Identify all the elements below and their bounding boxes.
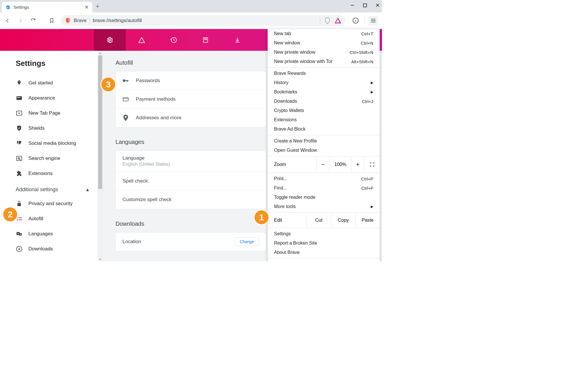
pin-icon — [122, 115, 129, 121]
sidebar-item-autofill[interactable]: Autofill — [16, 211, 92, 226]
menu-report[interactable]: Report a Broken Site — [268, 239, 380, 248]
scrollbar-thumb[interactable] — [98, 55, 102, 189]
menu-print[interactable]: Print...Ctrl+P — [268, 174, 380, 183]
new-tab-button[interactable]: + — [96, 3, 100, 10]
maximize-icon[interactable] — [363, 3, 367, 7]
sidebar-additional-heading[interactable]: Additional settings▴ — [16, 181, 92, 196]
menu-extensions[interactable]: Extensions — [268, 115, 380, 124]
copy-button[interactable]: Copy — [331, 214, 355, 227]
menu-exit[interactable]: Exit — [268, 260, 380, 261]
svg-rect-36 — [127, 80, 128, 82]
row-addresses[interactable]: Addresses and more — [116, 109, 266, 127]
lion-shield-icon[interactable] — [324, 17, 331, 24]
sidebar-item-languages[interactable]: A文Languages — [16, 226, 92, 241]
menu-bookmarks[interactable]: Bookmarks▶ — [268, 87, 380, 97]
svg-line-23 — [20, 159, 21, 160]
divider — [89, 17, 90, 24]
download-icon — [16, 245, 23, 252]
sidebar-item-get-started[interactable]: Get started — [16, 75, 92, 91]
sidebar-item-privacy[interactable]: Privacy and security — [16, 196, 92, 211]
svg-rect-12 — [203, 37, 208, 42]
info-icon[interactable] — [351, 16, 360, 25]
menu-new-tab[interactable]: New tabCtrl+T — [268, 29, 380, 38]
row-customize-spellcheck[interactable]: Customize spell check — [116, 190, 266, 209]
menu-reader[interactable]: Toggle reader mode — [268, 193, 380, 202]
menu-crypto[interactable]: Crypto Wallets — [268, 106, 380, 115]
sidebar: Settings Get started Appearance New Tab … — [0, 51, 98, 261]
menu-history[interactable]: History▶ — [268, 78, 380, 87]
hamburger-menu-button[interactable] — [369, 16, 378, 25]
close-window-icon[interactable] — [376, 3, 380, 7]
tab-rewards[interactable] — [126, 29, 158, 51]
row-passwords[interactable]: Passwords — [116, 71, 266, 90]
shield-icon — [16, 125, 23, 132]
tab-downloads[interactable] — [221, 29, 253, 51]
sidebar-item-appearance[interactable]: Appearance — [16, 91, 92, 106]
menu-about[interactable]: About Brave — [268, 248, 380, 257]
forward-button[interactable] — [17, 17, 24, 24]
change-button[interactable]: Change — [235, 237, 259, 246]
section-languages-title: Languages — [116, 139, 266, 145]
rewards-triangle-icon[interactable] — [335, 18, 341, 24]
svg-text:A: A — [17, 232, 19, 235]
tab-general[interactable] — [94, 29, 126, 51]
key-icon — [122, 79, 129, 83]
sidebar-item-extensions[interactable]: Extensions — [16, 166, 92, 181]
svg-point-34 — [123, 79, 125, 82]
menu-edit-row: Edit Cut Copy Paste — [268, 214, 380, 227]
address-bar[interactable]: Brave brave://settings/autofill — [61, 15, 345, 26]
back-button[interactable] — [4, 17, 11, 24]
menu-rewards[interactable]: Brave Rewards — [268, 69, 380, 78]
window-controls — [350, 0, 380, 10]
fullscreen-button[interactable] — [364, 158, 380, 171]
sidebar-item-search-engine[interactable]: Search engine — [16, 151, 92, 166]
scroll-down-icon[interactable]: ▾ — [98, 258, 103, 261]
row-language[interactable]: Language English (United States) — [116, 151, 266, 172]
menu-zoom: Zoom − 100% + — [268, 158, 380, 171]
menu-new-private[interactable]: New private windowCtrl+Shift+N — [268, 48, 380, 57]
scroll-up-icon[interactable]: ▴ — [98, 51, 103, 55]
paste-button[interactable]: Paste — [355, 214, 380, 227]
sidebar-item-shields[interactable]: Shields — [16, 121, 92, 136]
rocket-icon — [16, 80, 23, 86]
menu-new-profile[interactable]: Create a New Profile — [268, 136, 380, 146]
minimize-icon[interactable] — [350, 3, 354, 7]
browser-tab[interactable]: Settings ✕ — [2, 2, 92, 12]
brave-label: Brave — [74, 18, 87, 24]
zoom-out-button[interactable]: − — [316, 158, 329, 171]
menu-new-tor[interactable]: New private window with TorAlt+Shift+N — [268, 57, 380, 66]
svg-rect-1 — [363, 4, 367, 7]
autofill-card: Passwords Payment methods Addresses and … — [116, 71, 266, 127]
divider — [320, 17, 320, 24]
card-icon — [122, 97, 129, 102]
svg-point-27 — [17, 219, 18, 221]
svg-point-39 — [125, 116, 127, 118]
thumbs-down-icon — [16, 140, 23, 147]
row-spellcheck[interactable]: Spell check — [116, 172, 266, 190]
row-payment[interactable]: Payment methods — [116, 90, 266, 109]
zoom-in-button[interactable]: + — [351, 158, 364, 171]
menu-guest[interactable]: Open Guest Window — [268, 146, 380, 155]
sidebar-item-social[interactable]: Social media blocking — [16, 136, 92, 151]
close-tab-icon[interactable]: ✕ — [84, 4, 89, 10]
tab-bookmarks[interactable] — [190, 29, 221, 51]
menu-settings[interactable]: Settings — [268, 229, 380, 239]
titlebar: Settings ✕ + — [0, 0, 382, 12]
downloads-card: Location Change — [116, 232, 266, 251]
cut-button[interactable]: Cut — [307, 214, 331, 227]
main-menu: New tabCtrl+T New windowCtrl+N New priva… — [268, 29, 380, 261]
menu-more-tools[interactable]: More tools▶ — [268, 202, 380, 211]
menu-adblock[interactable]: Brave Ad Block — [268, 124, 380, 134]
divider — [364, 17, 365, 24]
menu-new-window[interactable]: New windowCtrl+N — [268, 38, 380, 48]
sidebar-title: Settings — [16, 59, 92, 68]
reload-button[interactable] — [30, 17, 37, 24]
menu-downloads[interactable]: DownloadsCtrl+J — [268, 97, 380, 106]
tab-history[interactable] — [158, 29, 190, 51]
sidebar-item-new-tab-page[interactable]: New Tab Page — [16, 106, 92, 121]
row-location[interactable]: Location Change — [116, 232, 266, 251]
bookmark-button[interactable] — [48, 17, 55, 24]
sidebar-item-downloads[interactable]: Downloads — [16, 241, 92, 256]
menu-find[interactable]: Find...Ctrl+F — [268, 183, 380, 193]
svg-rect-37 — [123, 97, 128, 101]
